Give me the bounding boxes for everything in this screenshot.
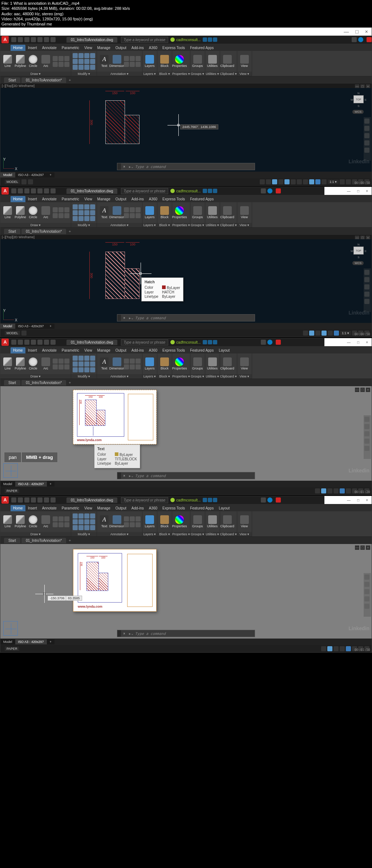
panel-utilities: UtilitiesUtilities ▾ <box>205 51 220 76</box>
quick-access-toolbar <box>11 37 56 42</box>
groups-button[interactable]: Groups <box>192 55 203 68</box>
qat-icon[interactable] <box>31 37 36 42</box>
tab-view[interactable]: View <box>82 45 95 51</box>
meta-gen: Generated by Thumbnail me <box>1 21 371 27</box>
circle-button[interactable]: Circle <box>27 55 39 68</box>
qat-icon[interactable] <box>50 37 56 42</box>
coord-x: -150.3706 <box>48 596 67 601</box>
x-icon[interactable] <box>213 37 217 42</box>
thumbnail-frame-1: — □ × A 01_IntroToAnnotation.dwg Type a … <box>0 27 372 186</box>
navigation-bar[interactable] <box>364 117 371 161</box>
modify-tools[interactable] <box>73 53 95 70</box>
drawing-canvas[interactable]: NSEWTOP WCS 150 100 300 Hatch ColorByLay… <box>0 239 372 323</box>
ribbon-tabstrip: Home Insert Annotate Parametric View Man… <box>0 44 372 51</box>
tab-annotate[interactable]: Annotate <box>40 45 59 51</box>
layers-button[interactable]: Layers <box>144 55 155 68</box>
window-close-icon[interactable] <box>367 37 372 42</box>
ribbon: LinePolylineCircleArcDraw ▾ Modify ▾ ATe… <box>0 202 372 228</box>
line-button[interactable]: Line <box>2 55 13 68</box>
qat-icon[interactable] <box>37 37 43 42</box>
thumbnail-frame-2: A 01_IntroToAnnotation.dwg Type a keywor… <box>0 187 372 337</box>
panel-block: BlockBlock ▾ <box>157 51 172 76</box>
qat-icon[interactable] <box>18 37 23 42</box>
space-toggle[interactable]: MODEL <box>5 180 20 184</box>
utilities-button[interactable]: Utilities <box>207 55 218 68</box>
help-button[interactable] <box>358 37 363 42</box>
tab-featured[interactable]: Featured Apps <box>187 45 216 51</box>
thumbnail-frame-4: A01_IntroToAnnotation.dwgType a keyword … <box>0 496 372 653</box>
tab-output[interactable]: Output <box>113 45 129 51</box>
paper-space-canvas[interactable]: —□× 150 100 198 www.lynda.com Text Color… <box>0 386 372 481</box>
coord-y: 1436.1086 <box>198 124 218 129</box>
ucs-paper-icon <box>3 463 18 478</box>
viewcube[interactable]: NSEW TOP <box>351 92 367 108</box>
panel-annotation: AText Dimension Annotation ▾ <box>97 51 142 76</box>
x-icon[interactable] <box>203 37 207 42</box>
dimension-button[interactable]: Dimension <box>111 55 123 68</box>
close-button[interactable]: × <box>365 29 368 35</box>
tab-layout[interactable]: ISO A3 - 420x297 <box>15 172 47 177</box>
status-bar: MODEL 1:1 ▾ <box>0 178 372 185</box>
panel-modify: Modify ▾ <box>71 51 97 76</box>
tab-document[interactable]: 01_IntroToAnnotation* <box>21 77 66 83</box>
polyline-button[interactable]: Polyline <box>15 55 26 68</box>
coord-x: 2445.7667 <box>180 124 200 129</box>
wcs-badge[interactable]: WCS <box>352 110 364 114</box>
panel-clipboard: ClipboardClipboard ▾ <box>220 51 237 76</box>
hover-tooltip: Hatch ColorByLayer LayerHATCH LinetypeBy… <box>141 277 183 301</box>
x-icon[interactable] <box>208 37 212 42</box>
watermark: Linkedin <box>348 159 369 164</box>
app-titlebar: A 01_IntroToAnnotation.dwg Type a keywor… <box>0 187 372 195</box>
tab-a360[interactable]: A360 <box>146 45 160 51</box>
tab-manage[interactable]: Manage <box>95 45 113 51</box>
maximize-button[interactable]: □ <box>355 29 358 35</box>
command-line[interactable]: ×▸⌄Type a command <box>117 163 255 170</box>
help-icon[interactable] <box>352 37 357 42</box>
tab-addins[interactable]: Add-ins <box>129 45 146 51</box>
paper-sheet: 150 100 198 www.lynda.com <box>73 390 157 444</box>
coord-y: 83.3585 <box>66 596 82 601</box>
pan-hint: panMMB + drag <box>4 452 58 463</box>
exchange-icons <box>203 37 217 42</box>
block-button[interactable]: Block <box>159 55 170 68</box>
thumbnail-frame-3: A01_IntroToAnnotation.dwgType a keyword … <box>0 338 372 495</box>
help-search[interactable]: Type a keyword or phrase <box>121 37 168 43</box>
autocad-logo[interactable]: A <box>1 36 9 43</box>
tab-model[interactable]: Model <box>0 172 15 177</box>
document-title: 01_IntroToAnnotation.dwg <box>66 37 117 43</box>
drawing-canvas[interactable]: NSEW TOP WCS 150 100 300 2445.7667 1436.… <box>0 88 372 172</box>
tab-home[interactable]: Home <box>11 45 25 51</box>
tab-new[interactable]: + <box>67 77 72 83</box>
paper-space-canvas[interactable]: —□× 150 100 198 www.lynda.com -150.3706 … <box>0 544 372 639</box>
minimize-button[interactable]: — <box>344 29 349 35</box>
timestamp: 00:00:50 <box>355 181 370 185</box>
draw-small-tools[interactable] <box>53 56 69 67</box>
layout-tabs: Model ISO A3 - 420x297 + <box>0 172 372 178</box>
ribbon-tabstrip: HomeInsertAnnotateParametricViewManageOu… <box>0 195 372 202</box>
properties-button[interactable]: Properties <box>174 55 185 68</box>
qat-icon[interactable] <box>11 37 16 42</box>
anno-small[interactable] <box>124 56 141 67</box>
autocad-logo[interactable]: A <box>1 187 9 195</box>
arc-button[interactable]: Arc <box>40 55 52 68</box>
document-tabs: Start 01_IntroToAnnotation* + <box>0 76 372 84</box>
meta-video: Video: h264, yuv420p, 1280x720, 15.00 fp… <box>1 16 371 21</box>
tab-parametric[interactable]: Parametric <box>59 45 82 51</box>
viewport-label[interactable]: [–][Top][2D Wireframe] —□× <box>0 84 372 88</box>
view-button[interactable]: View <box>239 55 250 68</box>
panel-draw: Line Polyline Circle Arc Draw ▾ <box>0 51 71 76</box>
qat-icon[interactable] <box>24 37 29 42</box>
qat-icon[interactable] <box>44 37 49 42</box>
anno-scale[interactable]: 1:1 ▾ <box>328 180 339 184</box>
tab-start[interactable]: Start <box>4 77 20 83</box>
lynda-link: www.lynda.com <box>77 438 102 442</box>
signin-user[interactable]: cadfmconsult... <box>170 37 201 42</box>
meta-audio: Audio: aac, 48000 Hz, stereo (eng) <box>1 11 371 16</box>
file-metadata: File: 1 What is annotation in AutoCAD_.m… <box>0 0 372 27</box>
clipboard-button[interactable]: Clipboard <box>222 55 233 68</box>
tab-add-layout[interactable]: + <box>47 172 54 177</box>
text-button[interactable]: AText <box>98 55 110 68</box>
tab-insert[interactable]: Insert <box>25 45 40 51</box>
meta-file: File: 1 What is annotation in AutoCAD_.m… <box>1 1 371 6</box>
tab-express[interactable]: Express Tools <box>160 45 187 51</box>
